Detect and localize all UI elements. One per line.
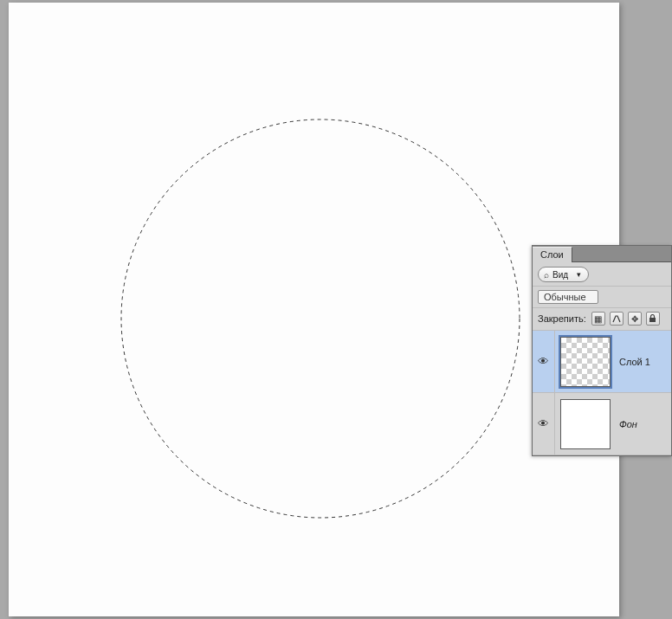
panel-tab-bar: Слои [533,246,671,262]
blend-mode-select[interactable]: Обычные [538,290,598,304]
eye-icon: 👁 [538,355,549,368]
canvas[interactable] [9,3,619,616]
layer-name[interactable]: Фон [614,419,671,429]
layer-thumbnail-wrap [555,394,614,455]
visibility-toggle[interactable]: 👁 [533,331,555,392]
layer-row[interactable]: 👁 Фон [533,393,671,455]
svg-point-0 [121,119,520,518]
blend-mode-row: Обычные [533,287,671,308]
lock-transparent-icon[interactable]: ▦ [591,312,605,326]
lock-all-icon[interactable] [646,312,660,326]
layer-name[interactable]: Слой 1 [614,357,671,367]
lock-pixels-icon[interactable] [610,312,624,326]
layer-filter-row: ⌕ Вид ▾ [533,262,671,287]
search-icon: ⌕ [544,270,549,280]
layer-thumbnail-wrap [555,332,614,392]
layer-thumbnail[interactable] [560,399,611,449]
layer-filter-select[interactable]: ⌕ Вид ▾ [538,267,589,282]
layer-thumbnail[interactable] [560,337,611,387]
selection-marquee [117,115,524,522]
tab-layers[interactable]: Слои [533,247,572,262]
layer-filter-label: Вид [552,270,568,280]
lock-icons: ▦ ✥ [591,312,660,326]
layers-panel: Слои ⌕ Вид ▾ Обычные Закрепить: ▦ ✥ 👁 [532,245,672,456]
layers-list: 👁 Слой 1 👁 Фон [533,331,671,455]
svg-rect-1 [649,318,656,322]
eye-icon: 👁 [538,417,549,430]
visibility-toggle[interactable]: 👁 [533,393,555,455]
layer-row[interactable]: 👁 Слой 1 [533,331,671,393]
lock-row: Закрепить: ▦ ✥ [533,308,671,331]
chevron-down-icon: ▾ [577,270,581,279]
lock-position-icon[interactable]: ✥ [628,312,642,326]
lock-label: Закрепить: [538,313,586,324]
